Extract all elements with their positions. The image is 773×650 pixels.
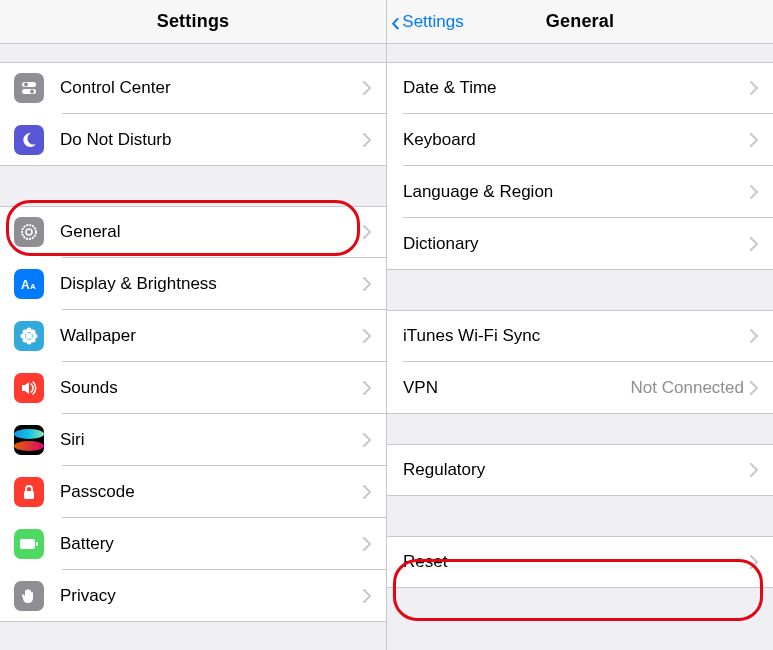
general-row-itunes-wifi-sync[interactable]: iTunes Wi-Fi Sync <box>387 310 773 362</box>
svg-point-3 <box>30 90 34 94</box>
svg-text:A: A <box>30 282 36 291</box>
general-row-regulatory[interactable]: Regulatory <box>387 444 773 496</box>
chevron-right-icon <box>750 237 759 251</box>
group-gap <box>387 414 773 444</box>
row-label: Regulatory <box>403 460 750 480</box>
back-button[interactable]: ‹ Settings <box>391 4 472 40</box>
chevron-right-icon <box>363 329 372 343</box>
chevron-right-icon <box>750 463 759 477</box>
svg-point-15 <box>23 338 28 343</box>
chevron-right-icon <box>363 381 372 395</box>
row-label: Battery <box>60 534 363 554</box>
general-row-dictionary[interactable]: Dictionary <box>387 218 773 270</box>
chevron-right-icon <box>363 537 372 551</box>
chevron-left-icon: ‹ <box>391 8 400 36</box>
row-label: Language & Region <box>403 182 750 202</box>
settings-row-display-brightness[interactable]: AA Display & Brightness <box>0 258 386 310</box>
svg-point-4 <box>22 225 36 239</box>
row-label: Dictionary <box>403 234 750 254</box>
row-label: Control Center <box>60 78 363 98</box>
group-gap <box>387 588 773 618</box>
row-label: Sounds <box>60 378 363 398</box>
chevron-right-icon <box>363 277 372 291</box>
speaker-icon <box>14 373 44 403</box>
general-row-keyboard[interactable]: Keyboard <box>387 114 773 166</box>
gear-icon <box>14 217 44 247</box>
settings-row-wallpaper[interactable]: Wallpaper <box>0 310 386 362</box>
row-label: Privacy <box>60 586 363 606</box>
chevron-right-icon <box>363 433 372 447</box>
settings-row-general[interactable]: General <box>0 206 386 258</box>
row-label: Wallpaper <box>60 326 363 346</box>
svg-point-8 <box>26 333 32 339</box>
svg-point-14 <box>31 330 36 335</box>
settings-row-siri[interactable]: Siri <box>0 414 386 466</box>
svg-point-16 <box>31 338 36 343</box>
svg-rect-17 <box>24 491 34 499</box>
svg-point-1 <box>24 83 28 87</box>
svg-point-13 <box>23 330 28 335</box>
row-label: Reset <box>403 552 750 572</box>
toggles-icon <box>14 73 44 103</box>
general-row-vpn[interactable]: VPN Not Connected <box>387 362 773 414</box>
text-size-icon: AA <box>14 269 44 299</box>
general-pane: ‹ Settings General Date & Time Keyboard … <box>386 0 773 650</box>
settings-row-sounds[interactable]: Sounds <box>0 362 386 414</box>
row-label: Keyboard <box>403 130 750 150</box>
settings-row-privacy[interactable]: Privacy <box>0 570 386 622</box>
chevron-right-icon <box>750 81 759 95</box>
group-gap <box>387 44 773 62</box>
row-label: Passcode <box>60 482 363 502</box>
group-gap <box>0 622 386 640</box>
general-row-language-region[interactable]: Language & Region <box>387 166 773 218</box>
chevron-right-icon <box>750 329 759 343</box>
group-gap <box>387 496 773 536</box>
chevron-right-icon <box>363 81 372 95</box>
chevron-right-icon <box>750 381 759 395</box>
group-gap <box>0 166 386 206</box>
svg-text:A: A <box>21 278 30 292</box>
hand-icon <box>14 581 44 611</box>
row-detail: Not Connected <box>631 378 744 398</box>
row-label: VPN <box>403 378 631 398</box>
settings-row-passcode[interactable]: Passcode <box>0 466 386 518</box>
row-label: Display & Brightness <box>60 274 363 294</box>
svg-point-5 <box>26 229 32 235</box>
settings-row-control-center[interactable]: Control Center <box>0 62 386 114</box>
general-row-reset[interactable]: Reset <box>387 536 773 588</box>
chevron-right-icon <box>750 133 759 147</box>
settings-title: Settings <box>157 11 230 32</box>
svg-rect-19 <box>36 542 38 546</box>
group-gap <box>387 270 773 310</box>
chevron-right-icon <box>363 225 372 239</box>
settings-pane: Settings Control Center Do Not Disturb G… <box>0 0 386 650</box>
back-label: Settings <box>402 12 463 32</box>
siri-icon <box>14 425 44 455</box>
settings-row-battery[interactable]: Battery <box>0 518 386 570</box>
chevron-right-icon <box>363 485 372 499</box>
general-scroll[interactable]: Date & Time Keyboard Language & Region D… <box>387 44 773 650</box>
settings-navbar: Settings <box>0 0 386 44</box>
chevron-right-icon <box>750 555 759 569</box>
battery-icon <box>14 529 44 559</box>
row-label: General <box>60 222 363 242</box>
settings-row-do-not-disturb[interactable]: Do Not Disturb <box>0 114 386 166</box>
general-row-date-time[interactable]: Date & Time <box>387 62 773 114</box>
svg-rect-18 <box>20 539 35 549</box>
row-label: Date & Time <box>403 78 750 98</box>
moon-icon <box>14 125 44 155</box>
flower-icon <box>14 321 44 351</box>
row-label: iTunes Wi-Fi Sync <box>403 326 750 346</box>
chevron-right-icon <box>363 589 372 603</box>
settings-scroll[interactable]: Control Center Do Not Disturb General AA… <box>0 44 386 650</box>
row-label: Siri <box>60 430 363 450</box>
lock-icon <box>14 477 44 507</box>
general-navbar: ‹ Settings General <box>387 0 773 44</box>
chevron-right-icon <box>363 133 372 147</box>
general-title: General <box>546 11 614 32</box>
chevron-right-icon <box>750 185 759 199</box>
group-gap <box>0 44 386 62</box>
row-label: Do Not Disturb <box>60 130 363 150</box>
